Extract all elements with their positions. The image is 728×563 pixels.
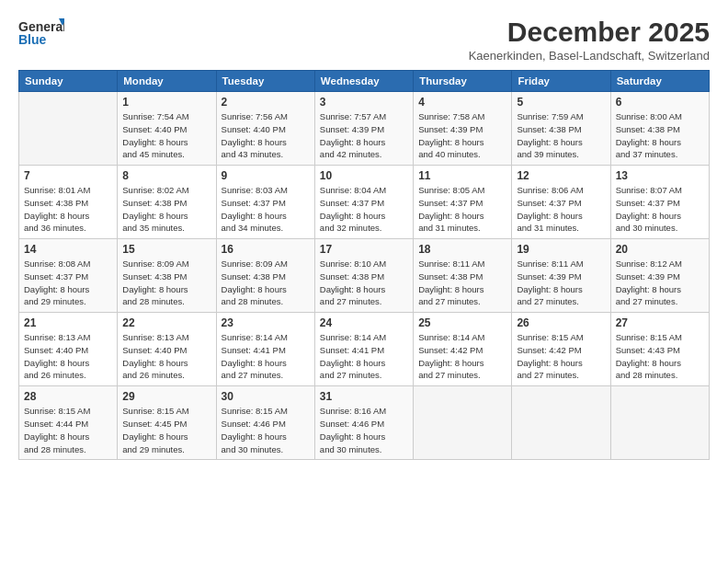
day-number: 20: [616, 243, 704, 256]
day-cell: 16Sunrise: 8:09 AMSunset: 4:38 PMDayligh…: [216, 239, 314, 313]
cell-content: Sunrise: 8:15 AMSunset: 4:44 PMDaylight:…: [24, 406, 90, 454]
cell-content: Sunrise: 7:57 AMSunset: 4:39 PMDaylight:…: [320, 111, 386, 159]
day-cell: 24Sunrise: 8:14 AMSunset: 4:41 PMDayligh…: [314, 313, 413, 386]
day-number: 8: [122, 169, 210, 182]
cell-content: Sunrise: 8:15 AMSunset: 4:46 PMDaylight:…: [222, 406, 288, 454]
cell-content: Sunrise: 8:11 AMSunset: 4:38 PMDaylight:…: [418, 259, 484, 306]
cell-content: Sunrise: 8:15 AMSunset: 4:42 PMDaylight:…: [517, 332, 583, 380]
day-number: 3: [320, 96, 408, 109]
week-row-5: 28Sunrise: 8:15 AMSunset: 4:44 PMDayligh…: [19, 386, 710, 460]
cell-content: Sunrise: 8:00 AMSunset: 4:38 PMDaylight:…: [616, 111, 682, 159]
day-cell: 15Sunrise: 8:09 AMSunset: 4:38 PMDayligh…: [118, 239, 216, 313]
day-cell: 14Sunrise: 8:08 AMSunset: 4:37 PMDayligh…: [19, 239, 118, 313]
day-cell: [512, 386, 610, 460]
day-number: 1: [122, 96, 210, 109]
day-cell: 29Sunrise: 8:15 AMSunset: 4:45 PMDayligh…: [118, 386, 216, 460]
day-number: 10: [320, 169, 408, 182]
cell-content: Sunrise: 8:08 AMSunset: 4:37 PMDaylight:…: [24, 259, 90, 306]
day-number: 27: [616, 316, 704, 329]
cell-content: Sunrise: 8:13 AMSunset: 4:40 PMDaylight:…: [24, 332, 90, 380]
logo: General Blue: [18, 17, 64, 52]
day-cell: [414, 386, 512, 460]
day-number: 24: [320, 316, 408, 329]
day-number: 31: [320, 390, 408, 403]
day-cell: 7Sunrise: 8:01 AMSunset: 4:38 PMDaylight…: [19, 166, 118, 239]
cell-content: Sunrise: 8:06 AMSunset: 4:37 PMDaylight:…: [517, 185, 583, 233]
day-cell: [19, 92, 118, 166]
day-number: 15: [122, 243, 210, 256]
day-number: 21: [24, 316, 112, 329]
cell-content: Sunrise: 8:16 AMSunset: 4:46 PMDaylight:…: [320, 406, 386, 454]
day-cell: 26Sunrise: 8:15 AMSunset: 4:42 PMDayligh…: [512, 313, 610, 386]
cell-content: Sunrise: 8:05 AMSunset: 4:37 PMDaylight:…: [418, 185, 484, 233]
day-number: 19: [517, 243, 605, 256]
day-cell: 28Sunrise: 8:15 AMSunset: 4:44 PMDayligh…: [19, 386, 118, 460]
day-cell: 2Sunrise: 7:56 AMSunset: 4:40 PMDaylight…: [216, 92, 314, 166]
cell-content: Sunrise: 8:14 AMSunset: 4:42 PMDaylight:…: [418, 332, 484, 380]
day-number: 23: [222, 316, 310, 329]
day-number: 30: [222, 390, 310, 403]
cell-content: Sunrise: 7:54 AMSunset: 4:40 PMDaylight:…: [122, 111, 188, 159]
day-number: 18: [418, 243, 506, 256]
header-cell-sunday: Sunday: [19, 71, 118, 92]
day-cell: 18Sunrise: 8:11 AMSunset: 4:38 PMDayligh…: [414, 239, 512, 313]
header-cell-saturday: Saturday: [610, 71, 709, 92]
cell-content: Sunrise: 7:59 AMSunset: 4:38 PMDaylight:…: [517, 111, 583, 159]
day-cell: 3Sunrise: 7:57 AMSunset: 4:39 PMDaylight…: [314, 92, 413, 166]
cell-content: Sunrise: 8:09 AMSunset: 4:38 PMDaylight:…: [222, 259, 288, 306]
day-number: 28: [24, 390, 112, 403]
cell-content: Sunrise: 8:02 AMSunset: 4:38 PMDaylight:…: [122, 185, 188, 233]
header-cell-wednesday: Wednesday: [314, 71, 413, 92]
day-cell: 31Sunrise: 8:16 AMSunset: 4:46 PMDayligh…: [314, 386, 413, 460]
day-cell: 10Sunrise: 8:04 AMSunset: 4:37 PMDayligh…: [314, 166, 413, 239]
cell-content: Sunrise: 8:01 AMSunset: 4:38 PMDaylight:…: [24, 185, 90, 233]
day-cell: 4Sunrise: 7:58 AMSunset: 4:39 PMDaylight…: [414, 92, 512, 166]
subtitle: Kaenerkinden, Basel-Landschaft, Switzerl…: [469, 49, 710, 63]
header-cell-tuesday: Tuesday: [216, 71, 314, 92]
day-number: 7: [24, 169, 112, 182]
cell-content: Sunrise: 7:58 AMSunset: 4:39 PMDaylight:…: [418, 111, 484, 159]
day-number: 26: [517, 316, 605, 329]
day-cell: [610, 386, 709, 460]
week-row-3: 14Sunrise: 8:08 AMSunset: 4:37 PMDayligh…: [19, 239, 710, 313]
day-number: 22: [122, 316, 210, 329]
header-cell-thursday: Thursday: [414, 71, 512, 92]
title-block: December 2025 Kaenerkinden, Basel-Landsc…: [469, 17, 710, 63]
day-cell: 19Sunrise: 8:11 AMSunset: 4:39 PMDayligh…: [512, 239, 610, 313]
day-cell: 21Sunrise: 8:13 AMSunset: 4:40 PMDayligh…: [19, 313, 118, 386]
cell-content: Sunrise: 8:13 AMSunset: 4:40 PMDaylight:…: [122, 332, 188, 380]
day-cell: 30Sunrise: 8:15 AMSunset: 4:46 PMDayligh…: [216, 386, 314, 460]
day-number: 2: [222, 96, 310, 109]
cell-content: Sunrise: 7:56 AMSunset: 4:40 PMDaylight:…: [222, 111, 288, 159]
header: General Blue December 2025 Kaenerkinden,…: [18, 17, 710, 63]
day-cell: 6Sunrise: 8:00 AMSunset: 4:38 PMDaylight…: [610, 92, 709, 166]
day-number: 29: [122, 390, 210, 403]
cell-content: Sunrise: 8:14 AMSunset: 4:41 PMDaylight:…: [320, 332, 386, 380]
day-cell: 17Sunrise: 8:10 AMSunset: 4:38 PMDayligh…: [314, 239, 413, 313]
week-row-4: 21Sunrise: 8:13 AMSunset: 4:40 PMDayligh…: [19, 313, 710, 386]
cell-content: Sunrise: 8:03 AMSunset: 4:37 PMDaylight:…: [222, 185, 288, 233]
day-number: 12: [517, 169, 605, 182]
logo-svg: General Blue: [18, 17, 64, 52]
day-cell: 13Sunrise: 8:07 AMSunset: 4:37 PMDayligh…: [610, 166, 709, 239]
cell-content: Sunrise: 8:15 AMSunset: 4:45 PMDaylight:…: [122, 406, 188, 454]
day-number: 5: [517, 96, 605, 109]
header-cell-friday: Friday: [512, 71, 610, 92]
day-number: 6: [616, 96, 704, 109]
day-number: 9: [222, 169, 310, 182]
cell-content: Sunrise: 8:15 AMSunset: 4:43 PMDaylight:…: [616, 332, 682, 380]
day-cell: 20Sunrise: 8:12 AMSunset: 4:39 PMDayligh…: [610, 239, 709, 313]
calendar-header: SundayMondayTuesdayWednesdayThursdayFrid…: [19, 71, 710, 92]
day-cell: 22Sunrise: 8:13 AMSunset: 4:40 PMDayligh…: [118, 313, 216, 386]
day-number: 4: [418, 96, 506, 109]
day-number: 11: [418, 169, 506, 182]
calendar-table: SundayMondayTuesdayWednesdayThursdayFrid…: [18, 70, 710, 460]
day-cell: 9Sunrise: 8:03 AMSunset: 4:37 PMDaylight…: [216, 166, 314, 239]
cell-content: Sunrise: 8:04 AMSunset: 4:37 PMDaylight:…: [320, 185, 386, 233]
cell-content: Sunrise: 8:10 AMSunset: 4:38 PMDaylight:…: [320, 259, 386, 306]
week-row-2: 7Sunrise: 8:01 AMSunset: 4:38 PMDaylight…: [19, 166, 710, 239]
day-number: 14: [24, 243, 112, 256]
cell-content: Sunrise: 8:14 AMSunset: 4:41 PMDaylight:…: [222, 332, 288, 380]
day-cell: 11Sunrise: 8:05 AMSunset: 4:37 PMDayligh…: [414, 166, 512, 239]
cell-content: Sunrise: 8:07 AMSunset: 4:37 PMDaylight:…: [616, 185, 682, 233]
